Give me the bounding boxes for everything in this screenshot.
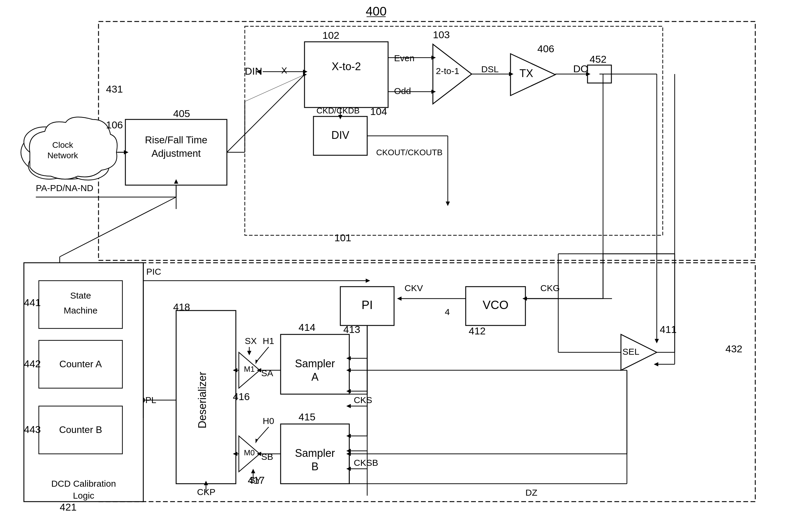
cks-label: CKS xyxy=(354,395,372,405)
ref-431: 431 xyxy=(106,83,123,95)
sampler-b-label: Sampler xyxy=(295,447,335,459)
ref-414: 414 xyxy=(299,322,316,333)
dsl-label: DSL xyxy=(481,64,498,74)
clock-network-line1: Clock xyxy=(52,140,73,149)
ref-441: 441 xyxy=(24,297,41,308)
x-to-2-label: X-to-2 xyxy=(332,60,361,73)
ckv-label: CKV xyxy=(405,283,423,293)
even-label: Even xyxy=(394,53,414,63)
ckg-label: CKG xyxy=(540,283,560,293)
m1-label: M1 xyxy=(244,365,255,373)
ref-415: 415 xyxy=(299,411,316,423)
sampler-b-letter: B xyxy=(311,460,319,473)
rise-fall-line1: Rise/Fall Time xyxy=(145,134,207,145)
ref-442: 442 xyxy=(24,358,41,369)
vco-label: VCO xyxy=(483,298,509,311)
x-label: X xyxy=(281,66,287,75)
pa-pd-label: PA-PD/NA-ND xyxy=(36,183,93,193)
deserializer-label: Deserializer xyxy=(196,372,208,428)
ref-416: 416 xyxy=(233,391,250,402)
ref-102: 102 xyxy=(322,30,339,41)
ref-101: 101 xyxy=(334,232,351,243)
ref-106: 106 xyxy=(106,119,123,130)
sel-label: SEL xyxy=(622,347,639,356)
h0-label: H0 xyxy=(263,416,274,426)
mux-label: 2-to-1 xyxy=(436,66,459,76)
ref-405: 405 xyxy=(173,108,190,119)
ref-104: 104 xyxy=(370,106,387,117)
ref-421: 421 xyxy=(60,501,77,513)
diagram-title: 400 xyxy=(366,4,387,18)
sx-label: SX xyxy=(245,336,257,346)
h1-label: H1 xyxy=(263,336,274,346)
state-machine-line2: Machine xyxy=(63,305,97,315)
ref-418: 418 xyxy=(173,301,190,313)
state-machine-line1: State xyxy=(70,290,91,300)
sy-label: SY xyxy=(249,475,261,485)
dcd-label-line2: Logic xyxy=(73,490,94,500)
counter-b-label: Counter B xyxy=(59,424,102,435)
signal-4: 4 xyxy=(445,307,450,317)
ref-413: 413 xyxy=(343,324,360,335)
m0-label: M0 xyxy=(244,448,255,457)
dcd-label-line1: DCD Calibration xyxy=(51,479,116,488)
odd-label: Odd xyxy=(394,86,411,96)
pi-label: PI xyxy=(362,298,373,311)
ref-411: 411 xyxy=(660,324,677,335)
sampler-a-letter: A xyxy=(311,371,319,383)
clock-network-line2: Network xyxy=(47,151,78,160)
tx-label: TX xyxy=(519,67,533,80)
pic-label: PIC xyxy=(146,267,161,276)
sb-label: SB xyxy=(261,452,273,461)
ref-432: 432 xyxy=(725,343,742,354)
dz-label: DZ xyxy=(525,488,537,497)
svg-rect-4 xyxy=(304,42,388,108)
ref-452: 452 xyxy=(590,54,607,65)
sa-label: SA xyxy=(261,368,273,378)
svg-rect-85 xyxy=(39,281,122,328)
ckd-ckdb-label: CKD/CKDB xyxy=(317,106,360,115)
ref-406: 406 xyxy=(537,43,554,54)
rise-fall-line2: Adjustment xyxy=(151,148,201,159)
ckout-ckoutb-label: CKOUT/CKOUTB xyxy=(376,148,443,157)
div-label: DIV xyxy=(331,129,349,141)
counter-a-label: Counter A xyxy=(59,359,102,369)
cksb-label: CKSB xyxy=(354,458,378,468)
ref-443: 443 xyxy=(24,424,41,435)
ref-412: 412 xyxy=(469,325,486,337)
sampler-a-label: Sampler xyxy=(295,357,335,370)
ref-103: 103 xyxy=(433,29,450,40)
